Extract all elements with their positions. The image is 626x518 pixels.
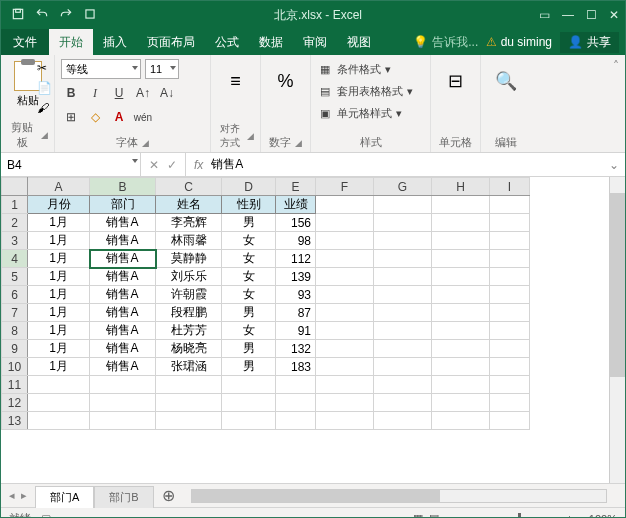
- cell[interactable]: [276, 394, 316, 412]
- add-sheet-button[interactable]: ⊕: [154, 486, 183, 505]
- cell[interactable]: 112: [276, 250, 316, 268]
- view-pagebreak-icon[interactable]: ▭: [445, 512, 455, 518]
- cell[interactable]: [316, 268, 374, 286]
- cell[interactable]: [490, 214, 530, 232]
- close-icon[interactable]: ✕: [609, 8, 619, 22]
- cell[interactable]: [490, 376, 530, 394]
- cell[interactable]: [490, 340, 530, 358]
- italic-button[interactable]: I: [85, 83, 105, 103]
- cell-styles-button[interactable]: ▣单元格样式 ▾: [317, 103, 424, 123]
- cell[interactable]: [374, 322, 432, 340]
- col-header[interactable]: A: [28, 178, 90, 196]
- cell[interactable]: [374, 304, 432, 322]
- font-shrink-icon[interactable]: A↓: [157, 83, 177, 103]
- macro-record-icon[interactable]: ▢: [41, 512, 51, 518]
- tab-layout[interactable]: 页面布局: [137, 29, 205, 55]
- ribbon-options-icon[interactable]: ▭: [539, 8, 550, 22]
- cell[interactable]: 1月: [28, 214, 90, 232]
- col-header[interactable]: E: [276, 178, 316, 196]
- cell[interactable]: 1月: [28, 232, 90, 250]
- view-layout-icon[interactable]: ▤: [429, 512, 439, 518]
- cell[interactable]: [432, 286, 490, 304]
- cell[interactable]: [316, 214, 374, 232]
- cell[interactable]: [432, 304, 490, 322]
- dialog-launcher-icon[interactable]: ◢: [247, 131, 254, 141]
- dialog-launcher-icon[interactable]: ◢: [295, 138, 302, 148]
- cell[interactable]: [316, 286, 374, 304]
- cell[interactable]: [432, 394, 490, 412]
- cell[interactable]: 1月: [28, 286, 90, 304]
- tab-file[interactable]: 文件: [1, 29, 49, 55]
- alignment-icon[interactable]: ≡: [220, 65, 252, 97]
- cell[interactable]: 莫静静: [156, 250, 222, 268]
- cell[interactable]: 销售A: [90, 286, 156, 304]
- zoom-in-icon[interactable]: ＋: [564, 511, 575, 518]
- cell[interactable]: [490, 286, 530, 304]
- cell[interactable]: 销售A: [90, 322, 156, 340]
- cell[interactable]: [374, 376, 432, 394]
- cell[interactable]: 156: [276, 214, 316, 232]
- cell[interactable]: [490, 196, 530, 214]
- tab-insert[interactable]: 插入: [93, 29, 137, 55]
- cell[interactable]: [432, 340, 490, 358]
- cell[interactable]: 销售A: [90, 268, 156, 286]
- cell[interactable]: [432, 412, 490, 430]
- row-header[interactable]: 12: [2, 394, 28, 412]
- cell[interactable]: [374, 268, 432, 286]
- col-header[interactable]: G: [374, 178, 432, 196]
- spreadsheet-grid[interactable]: ABCDEFGHI1月份部门姓名性别业绩21月销售A李亮辉男15631月销售A林…: [1, 177, 530, 430]
- cell[interactable]: 女: [222, 268, 276, 286]
- cell[interactable]: [276, 376, 316, 394]
- cell[interactable]: [276, 412, 316, 430]
- vertical-scrollbar[interactable]: [609, 177, 625, 483]
- sheet-tab-other[interactable]: 部门B: [94, 486, 153, 508]
- cut-icon[interactable]: ✂: [37, 61, 52, 75]
- editing-icon[interactable]: 🔍: [490, 65, 522, 97]
- cell[interactable]: 132: [276, 340, 316, 358]
- cell[interactable]: [156, 412, 222, 430]
- row-header[interactable]: 10: [2, 358, 28, 376]
- cell[interactable]: [90, 394, 156, 412]
- cell[interactable]: [432, 322, 490, 340]
- formula-input[interactable]: [211, 158, 595, 172]
- row-header[interactable]: 6: [2, 286, 28, 304]
- cell[interactable]: [90, 412, 156, 430]
- cell[interactable]: [28, 394, 90, 412]
- dialog-launcher-icon[interactable]: ◢: [41, 130, 48, 140]
- conditional-format-button[interactable]: ▦条件格式 ▾: [317, 59, 424, 79]
- cell[interactable]: [316, 322, 374, 340]
- cell[interactable]: [432, 250, 490, 268]
- tab-home[interactable]: 开始: [49, 29, 93, 55]
- cell[interactable]: 销售A: [90, 358, 156, 376]
- fx-icon[interactable]: fx: [194, 158, 203, 172]
- border-button[interactable]: ⊞: [61, 107, 81, 127]
- maximize-icon[interactable]: ☐: [586, 8, 597, 22]
- cell[interactable]: 1月: [28, 358, 90, 376]
- view-normal-icon[interactable]: ▦: [413, 512, 423, 518]
- cell[interactable]: 李亮辉: [156, 214, 222, 232]
- cell[interactable]: [432, 196, 490, 214]
- cell[interactable]: [432, 358, 490, 376]
- row-header[interactable]: 8: [2, 322, 28, 340]
- row-header[interactable]: 1: [2, 196, 28, 214]
- format-painter-icon[interactable]: 🖌: [37, 101, 52, 115]
- cell[interactable]: [374, 232, 432, 250]
- cell[interactable]: [222, 376, 276, 394]
- cell[interactable]: [432, 232, 490, 250]
- cell[interactable]: [490, 394, 530, 412]
- expand-formula-icon[interactable]: ⌄: [603, 158, 625, 172]
- row-header[interactable]: 11: [2, 376, 28, 394]
- sheet-nav-prev-icon[interactable]: ◂: [9, 489, 15, 502]
- cell[interactable]: [490, 322, 530, 340]
- cell[interactable]: 1月: [28, 340, 90, 358]
- cell[interactable]: [374, 196, 432, 214]
- col-header[interactable]: D: [222, 178, 276, 196]
- cell[interactable]: 女: [222, 322, 276, 340]
- font-color-button[interactable]: A: [109, 107, 129, 127]
- col-header[interactable]: C: [156, 178, 222, 196]
- cell[interactable]: 1月: [28, 322, 90, 340]
- cell[interactable]: 销售A: [90, 250, 156, 268]
- cell[interactable]: 87: [276, 304, 316, 322]
- cell[interactable]: 1月: [28, 268, 90, 286]
- undo-icon[interactable]: [35, 7, 49, 24]
